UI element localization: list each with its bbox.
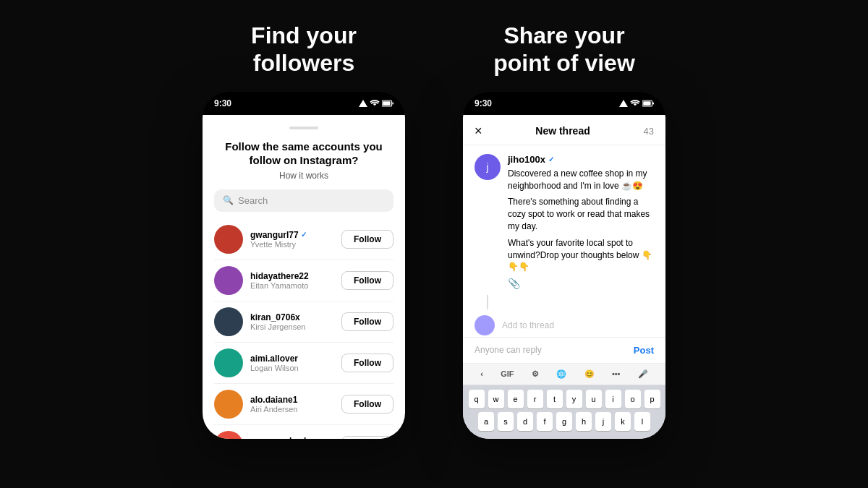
reply-row: Add to thread [475, 312, 654, 337]
keyboard-key[interactable]: f [537, 412, 553, 431]
toolbar-gif[interactable]: GIF [501, 369, 514, 378]
follow-screen: Follow the same accounts you follow on I… [203, 115, 405, 439]
user-item: aimi.allover Logan Wilson Follow [214, 343, 393, 384]
user-real-name: Logan Wilson [250, 364, 341, 372]
user-handle: hidayathere22 [250, 271, 341, 281]
keyboard-row-2: asdfghjkl [466, 412, 663, 431]
thread-footer: Anyone can reply Post ‹ GIF ⚙ 🌐 😊 ••• 🎤 [463, 337, 665, 439]
keyboard-key[interactable]: y [566, 390, 582, 408]
svg-marker-4 [619, 100, 628, 107]
keyboard-key[interactable]: o [625, 390, 641, 408]
follow-button[interactable]: Follow [341, 271, 393, 290]
follow-search-bar[interactable]: 🔍 Search [214, 189, 393, 212]
user-avatar [214, 348, 243, 377]
toolbar-back[interactable]: ‹ [480, 369, 483, 378]
follow-button[interactable]: Follow [341, 230, 393, 249]
keyboard-key[interactable]: i [605, 390, 621, 408]
thread-separator [487, 295, 488, 309]
search-placeholder: Search [238, 195, 268, 206]
attachment-icon[interactable]: 📎 [508, 278, 654, 289]
toolbar-more[interactable]: ••• [612, 369, 621, 378]
user-real-name: Eitan Yamamoto [250, 281, 341, 290]
close-button[interactable]: × [475, 124, 482, 139]
verified-icon: ✓ [548, 155, 554, 163]
user-item: nora.needs.cheese Myka Mercado Follow [214, 425, 393, 439]
right-panel: Share your point of view 9:30 [463, 22, 665, 439]
right-status-icons [619, 100, 654, 107]
toolbar-settings[interactable]: ⚙ [532, 369, 539, 379]
thread-title: New thread [535, 125, 590, 137]
follow-button[interactable]: Follow [341, 395, 393, 414]
post-button[interactable]: Post [634, 345, 654, 356]
follow-screen-subtitle: How it works [214, 171, 393, 181]
keyboard-key[interactable]: u [586, 390, 602, 408]
right-wifi-icon [630, 100, 640, 107]
follow-button[interactable]: Follow [341, 312, 393, 331]
keyboard-key[interactable]: w [488, 390, 504, 408]
user-avatar [214, 390, 243, 419]
user-item: gwangurl77✓ Yvette Mistry Follow [214, 219, 393, 260]
keyboard-key[interactable]: k [615, 412, 631, 431]
keyboard-key[interactable]: e [508, 390, 524, 408]
user-info: nora.needs.cheese Myka Mercado [250, 436, 341, 439]
keyboard: qwertyuiop asdfghjkl [463, 385, 665, 439]
svg-rect-7 [652, 102, 654, 104]
user-info: alo.daiane1 Airi Andersen [250, 395, 341, 414]
thread-text-3: What's your favorite local spot to unwin… [508, 237, 654, 273]
thread-body: j jiho100x ✓ Discovered a new coffee sho… [463, 145, 665, 337]
keyboard-key[interactable]: d [517, 412, 533, 431]
reply-anyone-label: Anyone can reply [475, 345, 542, 355]
follow-button[interactable]: Follow [341, 354, 393, 372]
search-icon: 🔍 [223, 195, 234, 205]
keyboard-key[interactable]: p [644, 390, 660, 408]
right-status-bar: 9:30 [463, 92, 665, 115]
left-status-time: 9:30 [214, 98, 231, 108]
user-avatar [214, 225, 243, 254]
toolbar-mic[interactable]: 🎤 [638, 369, 648, 379]
left-phone-content: Follow the same accounts you follow on I… [203, 115, 405, 439]
user-info: kiran_0706x Kirsi Jørgensen [250, 312, 341, 331]
keyboard-key[interactable]: l [634, 412, 650, 431]
toolbar-emoji[interactable]: 😊 [584, 369, 595, 379]
user-handle: gwangurl77✓ [250, 230, 341, 240]
right-panel-title: Share your point of view [493, 22, 635, 77]
user-item: alo.daiane1 Airi Andersen Follow [214, 384, 393, 425]
user-real-name: Kirsi Jørgensen [250, 322, 341, 331]
user-handle: nora.needs.cheese [250, 436, 341, 439]
toolbar-translate[interactable]: 🌐 [556, 369, 566, 379]
left-status-bar: 9:30 [203, 92, 405, 115]
thread-poster-avatar: j [475, 154, 501, 180]
verified-badge: ✓ [301, 231, 307, 239]
keyboard-key[interactable]: a [478, 412, 494, 431]
reply-placeholder[interactable]: Add to thread [502, 320, 554, 330]
keyboard-key[interactable]: t [547, 390, 563, 408]
follow-screen-title: Follow the same accounts you follow on I… [214, 140, 393, 168]
user-avatar [214, 307, 243, 336]
svg-rect-6 [643, 101, 650, 106]
left-panel: Find your followers 9:30 [203, 22, 405, 439]
reply-avatar [475, 315, 495, 335]
keyboard-row-1: qwertyuiop [466, 390, 663, 408]
thread-post-content: jiho100x ✓ Discovered a new coffee shop … [508, 154, 654, 295]
wifi-icon [370, 100, 380, 107]
keyboard-key[interactable]: s [498, 412, 514, 431]
left-phone: 9:30 Follow the same acc [203, 92, 405, 439]
char-count: 43 [644, 126, 654, 137]
keyboard-key[interactable]: q [469, 390, 485, 408]
keyboard-key[interactable]: g [556, 412, 572, 431]
user-item: hidayathere22 Eitan Yamamoto Follow [214, 260, 393, 301]
keyboard-key[interactable]: r [527, 390, 543, 408]
keyboard-key[interactable]: j [595, 412, 611, 431]
notch-bar [289, 127, 318, 129]
user-info: hidayathere22 Eitan Yamamoto [250, 271, 341, 290]
user-avatar [214, 431, 243, 439]
battery-icon [382, 100, 393, 107]
thread-user-row: j jiho100x ✓ Discovered a new coffee sho… [475, 154, 654, 295]
thread-header: × New thread 43 [463, 115, 665, 145]
user-info: gwangurl77✓ Yvette Mistry [250, 230, 341, 249]
user-item: kiran_0706x Kirsi Jørgensen Follow [214, 301, 393, 343]
keyboard-key[interactable]: h [576, 412, 592, 431]
follow-button[interactable]: Follow [341, 436, 393, 439]
svg-marker-0 [359, 100, 367, 107]
user-avatar [214, 266, 243, 295]
